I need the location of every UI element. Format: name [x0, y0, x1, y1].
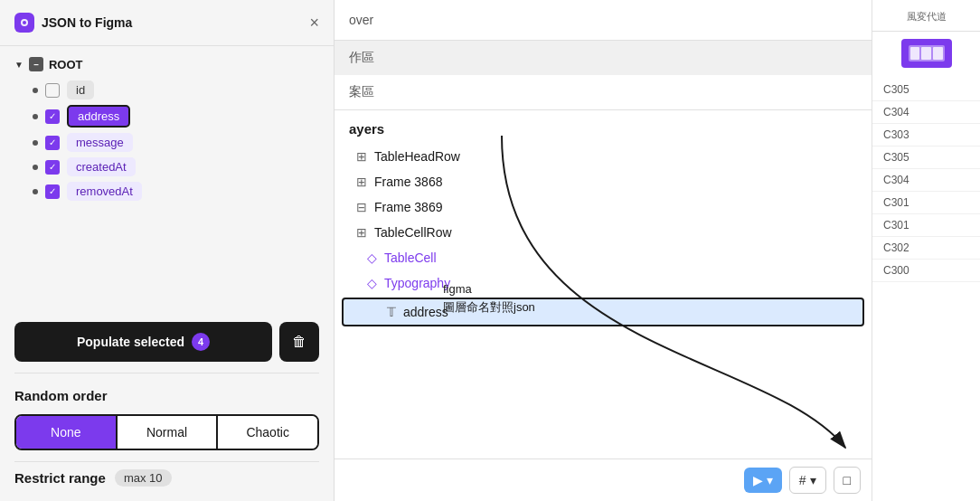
panel-title-row: JSON to Figma: [14, 13, 132, 33]
field-tag-id[interactable]: id: [67, 80, 94, 99]
square-icon: □: [843, 473, 851, 487]
list-item[interactable]: C302: [872, 237, 980, 260]
hash-dropdown: ▾: [810, 473, 816, 487]
plugin-icon: [14, 13, 34, 33]
svg-point-2: [23, 21, 26, 24]
list-item[interactable]: ⊟ Frame 3869: [335, 194, 872, 220]
list-item: ✓ createdAt: [33, 157, 319, 176]
list-item: ✓ removedAt: [33, 182, 319, 201]
grid-icon: ⊞: [356, 225, 367, 240]
chevron-icon: ▼: [14, 60, 24, 70]
layer-list: ⊞ TableHeadRow ⊞ Frame 3868 ⊟ Frame 3869…: [335, 144, 872, 458]
checkbox-removedat[interactable]: ✓: [45, 184, 60, 199]
right-header-text: 風変代道: [907, 11, 947, 22]
toggle-normal[interactable]: Normal: [118, 416, 219, 449]
tree-root: ▼ – ROOT: [14, 57, 319, 71]
right-panel-header: 風変代道: [872, 0, 980, 32]
field-tag-removedat[interactable]: removedAt: [67, 182, 142, 201]
right-panel: 風変代道 C305 C304 C303 C305 C304 C301 C301 …: [872, 0, 980, 501]
tree-section: ▼ – ROOT id ✓ address ✓ message: [0, 46, 334, 311]
populate-label: Populate selected: [77, 335, 184, 349]
tree-items: id ✓ address ✓ message ✓ createdAt: [14, 80, 319, 201]
bullet-icon: [33, 165, 38, 170]
field-tag-createdat[interactable]: createdAt: [67, 157, 136, 176]
populate-button[interactable]: Populate selected 4: [14, 322, 272, 362]
text-icon: 𝕋: [387, 305, 396, 319]
checkbox-id[interactable]: [45, 83, 60, 98]
cursor-tool-button[interactable]: ▶ ▾: [744, 468, 782, 493]
max-badge: max 10: [115, 469, 172, 487]
toggle-chaotic[interactable]: Chaotic: [218, 416, 317, 449]
list-item[interactable]: ◇ Typography: [335, 270, 872, 296]
frame-icon: ⊟: [356, 200, 367, 214]
layer-name: TableHeadRow: [374, 149, 460, 164]
grid-tool-button[interactable]: # ▾: [789, 467, 826, 494]
random-section: Random order None Normal Chaotic: [0, 373, 334, 461]
list-item[interactable]: C304: [872, 101, 980, 124]
cursor-dropdown: ▾: [767, 473, 773, 487]
field-tag-message[interactable]: message: [67, 133, 133, 152]
layer-name: Frame 3868: [374, 175, 442, 189]
trash-button[interactable]: 🗑: [279, 322, 319, 362]
bullet-icon: [33, 189, 38, 194]
restrict-label: Restrict range: [14, 470, 106, 486]
checkbox-message[interactable]: ✓: [45, 136, 60, 150]
checkbox-address[interactable]: ✓: [45, 109, 60, 124]
grid-icon: ⊞: [356, 149, 367, 164]
bullet-icon: [33, 140, 38, 146]
list-item[interactable]: C304: [872, 169, 980, 192]
address-layer-item[interactable]: 𝕋 address: [342, 298, 864, 326]
layer-name: TableCellRow: [374, 225, 452, 240]
diamond-icon: ◇: [367, 276, 377, 290]
dash-icon: –: [29, 57, 43, 71]
figma-over-label: over: [335, 0, 872, 41]
bullet-icon: [33, 88, 38, 93]
right-item-list: C305 C304 C303 C305 C304 C301 C301 C302 …: [872, 75, 980, 501]
layer-name: Frame 3869: [374, 200, 442, 214]
count-badge: 4: [192, 333, 210, 351]
root-label: ROOT: [49, 58, 83, 71]
toggle-none[interactable]: None: [16, 416, 118, 449]
component-preview-container: [872, 32, 980, 75]
bullet-icon: [33, 114, 38, 119]
list-item[interactable]: C301: [872, 192, 980, 214]
diamond-icon: ◇: [367, 250, 377, 265]
middle-panel: over 作區 案區 ayers ⊞ TableHeadRow ⊞ Frame …: [335, 0, 872, 501]
populate-row: Populate selected 4 🗑: [0, 311, 334, 373]
bottom-toolbar: ▶ ▾ # ▾ □: [335, 458, 872, 501]
toggle-group: None Normal Chaotic: [14, 414, 319, 450]
list-item[interactable]: C301: [872, 214, 980, 237]
list-item[interactable]: ⊞ TableCellRow: [335, 220, 872, 245]
layer-typography: Typography: [384, 276, 450, 290]
list-item: ✓ message: [33, 133, 319, 152]
list-item[interactable]: C305: [872, 79, 980, 101]
panel-title: JSON to Figma: [42, 15, 132, 30]
list-item: id: [33, 80, 319, 99]
panel-header: JSON to Figma ×: [0, 0, 334, 46]
address-layer-name: address: [403, 305, 448, 319]
list-item[interactable]: ⊞ TableHeadRow: [335, 144, 872, 169]
draft-area-label: 案區: [335, 75, 872, 110]
grid-icon: ⊞: [356, 175, 367, 189]
hash-icon: #: [799, 473, 806, 487]
list-item[interactable]: C300: [872, 260, 980, 282]
list-item[interactable]: C305: [872, 147, 980, 169]
list-item: ✓ address: [33, 105, 319, 128]
list-item[interactable]: ⊞ Frame 3868: [335, 169, 872, 194]
restrict-section: Restrict range max 10: [0, 462, 334, 501]
field-tag-address[interactable]: address: [67, 105, 130, 128]
layer-name: TableCell: [384, 250, 437, 265]
cursor-icon: ▶: [753, 473, 763, 487]
component-preview: [901, 39, 952, 68]
close-button[interactable]: ×: [309, 14, 319, 31]
work-area-label: 作區: [335, 41, 872, 75]
left-panel: JSON to Figma × ▼ – ROOT id ✓ address: [0, 0, 335, 501]
component-preview-inner: [909, 45, 945, 61]
list-item[interactable]: C303: [872, 124, 980, 147]
random-order-title: Random order: [14, 388, 319, 403]
layers-header: ayers: [335, 110, 872, 144]
frame-tool-button[interactable]: □: [834, 467, 861, 494]
checkbox-createdat[interactable]: ✓: [45, 160, 60, 175]
list-item[interactable]: ◇ TableCell: [335, 245, 872, 270]
